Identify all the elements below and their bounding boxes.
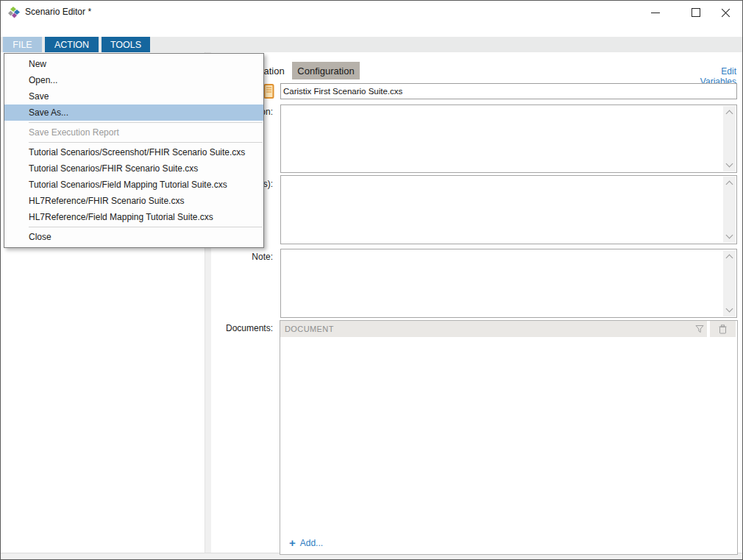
chevron-up-icon[interactable] [726, 255, 733, 262]
menu-separator [29, 142, 263, 143]
file-menu-popup: New Open... Save Save As... Save Executi… [4, 53, 264, 248]
minimize-icon [651, 13, 660, 13]
title-bar: Scenario Editor * [1, 1, 742, 24]
chevron-down-icon[interactable] [726, 160, 733, 168]
documents-header[interactable]: DOCUMENT [280, 321, 707, 337]
menu-item-recent-file-3[interactable]: Tutorial Scenarios/Field Mapping Tutoria… [4, 177, 263, 193]
menu-separator [29, 122, 263, 123]
scenario-editor-window: Scenario Editor * FILE ACTION TOOLS Docu… [0, 0, 743, 560]
menu-item-close[interactable]: Close [4, 229, 263, 245]
maximize-icon [692, 8, 700, 17]
delete-document-button[interactable] [710, 321, 736, 337]
authors-textarea[interactable] [280, 175, 737, 244]
description-textarea[interactable] [280, 104, 737, 173]
add-document-button[interactable]: + Add... [289, 538, 323, 548]
chevron-up-icon[interactable] [726, 181, 733, 188]
documents-column-header: DOCUMENT [280, 325, 692, 333]
note-label: Note: [148, 252, 273, 262]
plus-icon: + [289, 538, 296, 548]
menu-item-new[interactable]: New [4, 56, 263, 72]
menu-file[interactable]: FILE [3, 37, 42, 52]
menu-action[interactable]: ACTION [45, 37, 99, 52]
close-button[interactable] [713, 2, 738, 23]
menu-bar: FILE ACTION TOOLS [1, 37, 742, 52]
chevron-up-icon[interactable] [726, 110, 733, 118]
authors-scrollbar[interactable] [723, 177, 736, 243]
filter-button[interactable] [692, 321, 707, 337]
chevron-down-icon[interactable] [726, 232, 733, 239]
documents-panel: DOCUMENT + Add... [280, 320, 738, 555]
menu-item-save-as[interactable]: Save As... [4, 104, 263, 121]
documents-label: Documents: [148, 323, 273, 333]
menu-item-save[interactable]: Save [4, 88, 263, 104]
menu-item-recent-file-1[interactable]: Tutorial Scenarios/Screenshot/FHIR Scena… [4, 144, 263, 160]
chevron-down-icon[interactable] [726, 305, 733, 313]
menu-item-save-execution-report: Save Execution Report [4, 124, 263, 141]
window-title: Scenario Editor * [25, 7, 91, 17]
menu-separator [29, 227, 263, 227]
menu-tools[interactable]: TOOLS [102, 37, 150, 52]
funnel-icon [695, 325, 704, 333]
add-document-label: Add... [300, 538, 323, 548]
close-icon [721, 8, 730, 18]
suite-name-input[interactable] [280, 83, 737, 99]
description-scrollbar[interactable] [723, 106, 736, 171]
note-textarea[interactable] [280, 249, 737, 318]
app-pinwheel-icon [7, 6, 21, 19]
tab-configuration[interactable]: Configuration [292, 62, 360, 79]
menu-item-recent-file-4[interactable]: HL7Reference/FHIR Scenario Suite.cxs [4, 193, 263, 209]
trash-icon [719, 325, 727, 334]
minimize-button[interactable] [643, 2, 668, 23]
menu-item-open[interactable]: Open... [4, 72, 263, 88]
menu-item-recent-file-2[interactable]: Tutorial Scenarios/FHIR Scenario Suite.c… [4, 160, 263, 177]
suite-notebook-icon [263, 84, 274, 99]
maximize-button[interactable] [683, 2, 708, 23]
note-scrollbar[interactable] [723, 250, 736, 316]
menu-item-recent-file-5[interactable]: HL7Reference/Field Mapping Tutorial Suit… [4, 209, 263, 225]
